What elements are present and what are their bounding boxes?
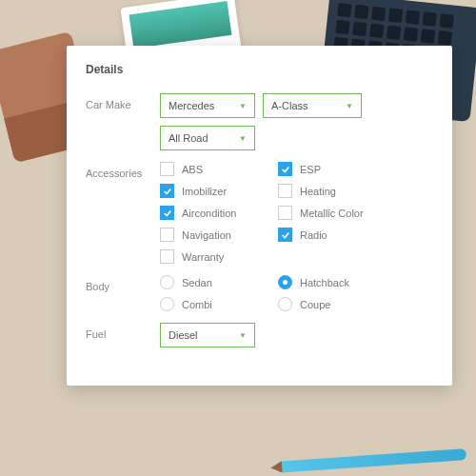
accessories-label: Accessories bbox=[86, 162, 160, 179]
checkbox-icon bbox=[278, 162, 292, 176]
car-trim-value: All Road bbox=[169, 132, 208, 144]
accessory-label: Navigation bbox=[182, 229, 231, 241]
checkbox-icon bbox=[160, 184, 174, 198]
chevron-down-icon: ▼ bbox=[346, 102, 353, 110]
accessory-label: Heating bbox=[300, 186, 336, 197]
accessory-imobilizer[interactable]: Imobilizer bbox=[160, 184, 274, 198]
fuel-select[interactable]: Diesel ▼ bbox=[160, 323, 255, 347]
accessory-label: Radio bbox=[300, 229, 327, 241]
checkbox-icon bbox=[160, 249, 174, 264]
pen-graphic bbox=[276, 448, 466, 473]
accessory-abs[interactable]: ABS bbox=[160, 162, 274, 176]
car-make-value: Mercedes bbox=[169, 100, 214, 111]
accessory-radio[interactable]: Radio bbox=[278, 228, 392, 242]
accessory-label: Aircondition bbox=[182, 208, 236, 219]
fuel-value: Diesel bbox=[169, 329, 198, 341]
body-option-label: Hatchback bbox=[300, 277, 349, 288]
car-make-select[interactable]: Mercedes ▼ bbox=[160, 93, 255, 118]
body-option-label: Sedan bbox=[182, 277, 212, 288]
body-sedan[interactable]: Sedan bbox=[160, 275, 274, 289]
body-coupe[interactable]: Coupe bbox=[278, 297, 392, 311]
accessory-metallic-color[interactable]: Metallic Color bbox=[278, 206, 392, 220]
checkbox-icon bbox=[160, 206, 174, 220]
checkbox-icon bbox=[160, 162, 174, 176]
accessory-heating[interactable]: Heating bbox=[278, 184, 392, 198]
body-combi[interactable]: Combi bbox=[160, 297, 274, 311]
car-model-value: A-Class bbox=[271, 100, 308, 111]
chevron-down-icon: ▼ bbox=[239, 134, 247, 143]
car-trim-select[interactable]: All Road ▼ bbox=[160, 126, 255, 150]
accessory-navigation[interactable]: Navigation bbox=[160, 228, 274, 242]
accessory-esp[interactable]: ESP bbox=[278, 162, 392, 176]
chevron-down-icon: ▼ bbox=[239, 331, 247, 340]
body-hatchback[interactable]: Hatchback bbox=[278, 275, 392, 289]
accessory-label: Warranty bbox=[182, 251, 224, 263]
radio-icon bbox=[160, 297, 174, 311]
radio-icon bbox=[278, 297, 292, 311]
radio-icon bbox=[160, 275, 174, 289]
accessory-label: Imobilizer bbox=[182, 186, 227, 197]
accessory-label: ABS bbox=[182, 164, 203, 175]
chevron-down-icon: ▼ bbox=[239, 102, 247, 110]
checkbox-icon bbox=[160, 228, 174, 242]
radio-icon bbox=[278, 275, 292, 289]
car-model-select[interactable]: A-Class ▼ bbox=[263, 93, 362, 118]
panel-title: Details bbox=[86, 63, 433, 76]
accessory-label: ESP bbox=[300, 164, 321, 175]
accessory-label: Metallic Color bbox=[300, 208, 364, 219]
accessory-warranty[interactable]: Warranty bbox=[160, 249, 274, 264]
body-label: Body bbox=[86, 275, 160, 292]
checkbox-icon bbox=[278, 206, 292, 220]
body-option-label: Coupe bbox=[300, 299, 330, 310]
body-option-label: Combi bbox=[182, 299, 212, 310]
fuel-label: Fuel bbox=[86, 323, 160, 340]
car-make-label: Car Make bbox=[86, 93, 160, 110]
checkbox-icon bbox=[278, 184, 292, 198]
details-panel: Details Car Make Mercedes ▼ A-Class ▼ Al… bbox=[67, 46, 452, 386]
checkbox-icon bbox=[278, 228, 292, 242]
accessory-aircondition[interactable]: Aircondition bbox=[160, 206, 274, 220]
